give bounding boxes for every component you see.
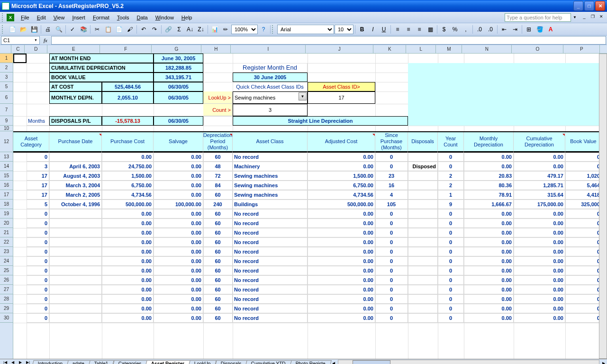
lookup-label[interactable]: LookUp > [203,91,233,104]
cell-adjcost[interactable]: 4,734.56 [308,190,375,200]
sld-label[interactable]: Straight Line Depreciation [233,116,408,126]
menu-file[interactable]: File [17,14,33,21]
cell-date[interactable] [49,304,102,313]
cell-salvage[interactable]: 0.00 [154,218,203,228]
cell-since[interactable]: 0 [375,218,408,228]
copy-icon[interactable]: 📋 [103,24,113,35]
cell-cost[interactable]: 0.00 [102,247,154,256]
cell-bookvalue[interactable]: 0 [565,313,599,323]
menu-insert[interactable]: Insert [68,14,89,21]
cell-disposals[interactable] [408,200,438,209]
cell-class[interactable]: No record [233,247,308,256]
cell-adjcost[interactable]: 0.00 [308,275,375,285]
row-header-6[interactable]: 6 [0,91,13,104]
help-icon[interactable]: ? [258,24,269,35]
cell-date[interactable] [49,218,102,228]
register-date[interactable]: 30 June 2005 [233,73,308,82]
cell-disposals[interactable] [408,256,438,266]
header-asset-class[interactable]: Asset Class [233,131,308,152]
cell-yearcount[interactable]: 0 [438,228,464,237]
cell-class[interactable]: Sewing machines [233,190,308,200]
cell-cost[interactable]: 0.00 [102,275,154,285]
cell-category[interactable]: 0 [27,275,49,285]
cell-date[interactable]: October 4, 1996 [49,200,102,209]
menu-edit[interactable]: Edit [33,14,50,21]
menu-help[interactable]: Help [178,14,196,21]
cell-mdep[interactable]: 0.00 [464,313,514,323]
cell-mdep[interactable]: 0.00 [464,294,514,304]
cell-bookvalue[interactable]: 0 [565,294,599,304]
cell-period[interactable]: 60 [203,190,233,200]
row-header-21[interactable]: 21 [0,228,13,237]
at-month-end-value[interactable]: June 30, 2005 [154,54,203,63]
cell-class[interactable]: No record [233,209,308,218]
cell-bookvalue[interactable]: 0 [565,162,599,171]
cell-salvage[interactable]: 0.00 [154,152,203,162]
header-year-count[interactable]: Year Count [438,131,464,152]
drawing-icon[interactable]: ✏ [220,24,231,35]
cell-mdep[interactable]: 0.00 [464,275,514,285]
register-title[interactable]: Register Month End [233,63,308,73]
cell-class[interactable]: No record [233,266,308,275]
cell-salvage[interactable]: 0.00 [154,209,203,218]
formula-bar[interactable] [51,36,606,45]
row-header-22[interactable]: 22 [0,237,13,247]
cell-class[interactable]: No record [233,313,308,323]
cell-yearcount[interactable]: 1 [438,190,464,200]
cell-yearcount[interactable]: 2 [438,181,464,190]
cell-class[interactable]: No record [233,256,308,266]
cell-adjcost[interactable]: 500,000.00 [308,200,375,209]
cell-disposals[interactable] [408,247,438,256]
cell-salvage[interactable]: 0.00 [154,228,203,237]
row-headers[interactable]: 1235679101213141516171819202122232425262… [0,54,13,359]
cell-since[interactable]: 0 [375,162,408,171]
cell-mdep[interactable]: 0.00 [464,237,514,247]
cell-cdep[interactable]: 0.00 [514,237,565,247]
cell-yearcount[interactable]: 0 [438,218,464,228]
row-header-5[interactable]: 5 [0,82,13,91]
cell-cdep[interactable]: 0.00 [514,294,565,304]
cell-class[interactable]: No record [233,285,308,294]
cell-date[interactable] [49,237,102,247]
cell-class[interactable]: No record [233,228,308,237]
print-preview-icon[interactable]: 🔍 [54,24,64,35]
cell-cost[interactable]: 4,734.56 [102,190,154,200]
row-header-29[interactable]: 29 [0,304,13,313]
header-asset-category[interactable]: Asset Category [13,131,49,152]
cell-date[interactable] [49,294,102,304]
doc-restore-button[interactable]: ❐ [589,14,597,21]
cell-date[interactable]: August 4, 2003 [49,171,102,181]
cell-disposals[interactable] [408,218,438,228]
cell-cdep[interactable]: 0.00 [514,256,565,266]
cell-period[interactable]: 60 [203,152,233,162]
zoom-combo[interactable]: 100% [231,25,258,34]
cell-salvage[interactable]: 0.00 [154,181,203,190]
cell-since[interactable]: 0 [375,294,408,304]
cell-disposals[interactable] [408,294,438,304]
cell-bookvalue[interactable]: 4,418 [565,190,599,200]
cell-class[interactable]: No record [233,304,308,313]
cell-class[interactable]: No record [233,275,308,285]
disposals-date[interactable]: 06/30/05 [154,116,203,126]
cell-category[interactable]: 0 [27,304,49,313]
cell-bookvalue[interactable]: 0 [565,266,599,275]
cell-mdep[interactable]: 0.00 [464,266,514,275]
row-header-19[interactable]: 19 [0,209,13,218]
cell-disposals[interactable]: Disposed [408,162,438,171]
cell-bookvalue[interactable]: 0 [565,218,599,228]
cell-bookvalue[interactable]: 0 [565,304,599,313]
disposals-label[interactable]: DISPOSALS P/L [49,116,102,126]
cell-period[interactable]: 60 [203,266,233,275]
cell-category[interactable]: 0 [27,266,49,275]
cell-disposals[interactable] [408,237,438,247]
header-adjusted-cost[interactable]: Adjusted Cost◥ [308,131,375,152]
col-header-L[interactable]: L [406,45,436,53]
cell-mdep[interactable]: 0.00 [464,285,514,294]
header-disposals[interactable]: Disposals [408,131,438,152]
row-header-17[interactable]: 17 [0,190,13,200]
cell-adjcost[interactable]: 0.00 [308,152,375,162]
cell-cdep[interactable]: 1,285.71 [514,181,565,190]
cell-bookvalue[interactable]: 0 [565,247,599,256]
cell-since[interactable]: 0 [375,209,408,218]
cell-salvage[interactable]: 0.00 [154,162,203,171]
